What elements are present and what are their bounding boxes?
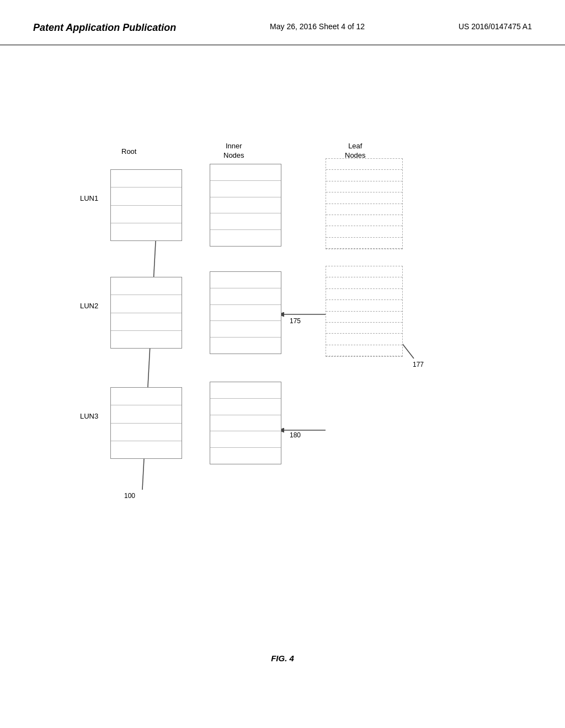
arrow-180-label: 180: [290, 431, 301, 439]
lun3-inner-block: [210, 382, 281, 464]
col-label-root: Root: [121, 147, 136, 157]
patent-number: US 2016/0147475 A1: [459, 22, 532, 31]
col-label-leaf: LeafNodes: [345, 142, 366, 160]
lun1-label: LUN1: [80, 194, 98, 202]
publication-date: May 26, 2016 Sheet 4 of 12: [270, 22, 365, 31]
publication-title: Patent Application Publication: [33, 22, 176, 34]
arrow-177-label: 177: [413, 361, 424, 368]
lun2-label: LUN2: [80, 302, 98, 310]
lun1-root-block: [110, 169, 182, 241]
lun2-leaf-block: [326, 266, 403, 357]
page-header: Patent Application Publication May 26, 2…: [0, 0, 565, 45]
lun1-leaf-block: [326, 158, 403, 249]
lun3-label: LUN3: [80, 412, 98, 420]
lun3-root-block: [110, 387, 182, 459]
arrows-overlay: [0, 45, 565, 696]
lun2-root-block: [110, 277, 182, 349]
lun1-inner-block: [210, 164, 281, 247]
col-label-inner: InnerNodes: [223, 142, 244, 160]
figure-caption: FIG. 4: [271, 654, 294, 663]
arrow-100-label: 100: [124, 492, 135, 500]
arrow-175-label: 175: [290, 317, 301, 325]
diagram-area: Root InnerNodes LeafNodes LUN1: [0, 45, 565, 696]
lun2-inner-block: [210, 271, 281, 354]
